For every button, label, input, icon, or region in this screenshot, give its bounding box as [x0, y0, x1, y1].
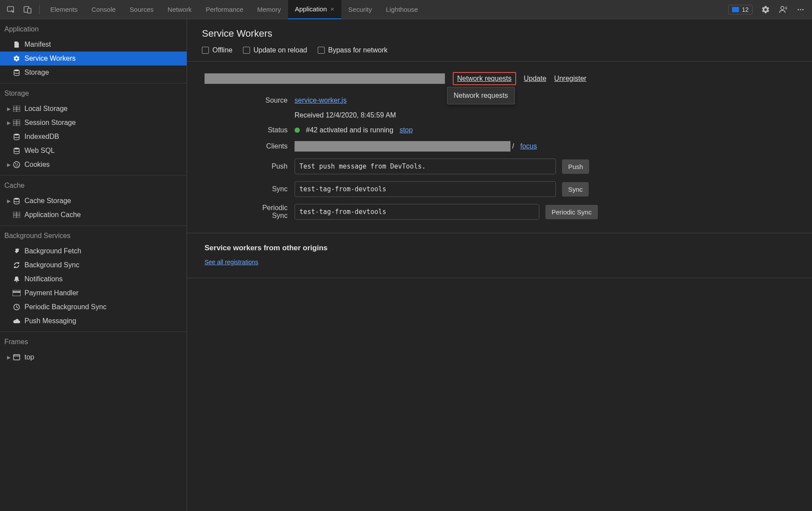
page-title: Service Workers: [202, 28, 797, 39]
chevron-right-icon: ▶: [7, 106, 12, 112]
svg-point-19: [15, 163, 16, 164]
section-background: Background Services: [0, 226, 187, 244]
gear-icon[interactable]: [760, 3, 772, 16]
svg-point-6: [802, 9, 804, 10]
update-link[interactable]: Update: [524, 75, 547, 83]
tab-network[interactable]: Network: [161, 0, 199, 19]
database-icon: [12, 68, 21, 77]
svg-point-22: [17, 166, 18, 166]
section-storage: Storage: [0, 83, 187, 102]
top-tabs: Elements Console Sources Network Perform…: [0, 0, 812, 19]
errors-badge[interactable]: 12: [728, 5, 753, 14]
checkbox-icon: [202, 47, 209, 54]
frame-icon: [12, 353, 21, 362]
tab-lighthouse[interactable]: Lighthouse: [379, 0, 425, 19]
sidebar-payment-handler[interactable]: Payment Handler: [0, 286, 187, 300]
worker-origin-redacted: [205, 73, 445, 84]
device-toggle-icon[interactable]: [21, 3, 34, 16]
source-link[interactable]: service-worker.js: [295, 97, 347, 104]
chevron-right-icon: ▶: [7, 198, 12, 204]
sidebar-background-fetch[interactable]: Background Fetch: [0, 244, 187, 258]
table-icon: [12, 118, 21, 127]
chevron-right-icon: ▶: [7, 355, 12, 360]
section-cache: Cache: [0, 176, 187, 194]
client-url-redacted: [295, 141, 510, 152]
message-icon: [732, 7, 739, 12]
sidebar-manifest[interactable]: Manifest: [0, 38, 187, 52]
sidebar-indexeddb[interactable]: IndexedDB: [0, 130, 187, 144]
section-frames: Frames: [0, 332, 187, 350]
tab-console[interactable]: Console: [85, 0, 123, 19]
sidebar-service-workers[interactable]: Service Workers: [0, 52, 187, 66]
checkbox-icon: [318, 47, 325, 54]
svg-rect-0: [7, 7, 14, 11]
sidebar-frame-top[interactable]: ▶ top: [0, 350, 187, 364]
checkbox-offline[interactable]: Offline: [202, 46, 232, 54]
network-requests-link[interactable]: Network requests: [453, 72, 516, 85]
tab-sources[interactable]: Sources: [123, 0, 161, 19]
table-icon: [12, 104, 21, 113]
chevron-right-icon: ▶: [7, 162, 12, 168]
cookie-icon: [12, 160, 21, 169]
svg-point-7: [14, 69, 19, 71]
sidebar-application-cache[interactable]: Application Cache: [0, 208, 187, 222]
sidebar-session-storage[interactable]: ▶ Session Storage: [0, 116, 187, 130]
fetch-icon: [12, 247, 21, 256]
database-icon: [12, 132, 21, 141]
unregister-link[interactable]: Unregister: [554, 75, 586, 83]
status-dot-icon: [295, 128, 300, 133]
checkbox-update-on-reload[interactable]: Update on reload: [243, 46, 307, 54]
errors-count: 12: [742, 6, 749, 13]
clock-icon: [12, 303, 21, 311]
periodic-sync-input[interactable]: [295, 204, 539, 220]
sidebar: Application Manifest Service Workers Sto…: [0, 19, 187, 511]
svg-point-5: [800, 9, 802, 10]
sidebar-cache-storage[interactable]: ▶ Cache Storage: [0, 194, 187, 208]
push-input[interactable]: [295, 159, 556, 174]
tab-memory[interactable]: Memory: [250, 0, 288, 19]
cloud-icon: [12, 317, 21, 325]
clients-label: Clients: [246, 142, 295, 150]
sidebar-storage[interactable]: Storage: [0, 66, 187, 79]
close-icon[interactable]: ×: [330, 5, 334, 13]
see-all-registrations-link[interactable]: See all registrations: [205, 259, 258, 266]
document-icon: [12, 40, 21, 49]
push-button[interactable]: Push: [562, 159, 589, 174]
svg-rect-28: [13, 290, 21, 296]
sync-icon: [12, 261, 21, 269]
stop-link[interactable]: stop: [399, 126, 413, 134]
chevron-right-icon: ▶: [7, 120, 12, 126]
profile-icon[interactable]: [777, 3, 789, 16]
received-text: Received 12/4/2020, 8:45:59 AM: [295, 111, 396, 119]
clients-suffix: /: [512, 142, 514, 150]
sync-button[interactable]: Sync: [562, 182, 589, 197]
tab-application[interactable]: Application×: [288, 0, 341, 19]
sync-input[interactable]: [295, 181, 556, 197]
periodic-sync-button[interactable]: Periodic Sync: [545, 205, 598, 219]
svg-rect-31: [14, 355, 20, 360]
sidebar-notifications[interactable]: Notifications: [0, 272, 187, 286]
gear-icon: [12, 54, 21, 63]
sidebar-cookies[interactable]: ▶ Cookies: [0, 158, 187, 172]
checkbox-bypass-network[interactable]: Bypass for network: [318, 46, 388, 54]
sidebar-local-storage[interactable]: ▶ Local Storage: [0, 102, 187, 116]
svg-point-16: [14, 134, 19, 135]
divider: [39, 5, 40, 14]
focus-link[interactable]: focus: [520, 142, 537, 150]
sidebar-push-messaging[interactable]: Push Messaging: [0, 314, 187, 328]
tab-security[interactable]: Security: [341, 0, 379, 19]
other-origins-title: Service workers from other origins: [205, 244, 795, 252]
sidebar-background-sync[interactable]: Background Sync: [0, 258, 187, 272]
svg-rect-2: [28, 8, 31, 13]
section-application: Application: [0, 19, 187, 38]
tab-elements[interactable]: Elements: [43, 0, 85, 19]
push-label: Push: [246, 162, 295, 170]
svg-point-20: [17, 164, 18, 165]
more-icon[interactable]: [795, 3, 807, 16]
sidebar-periodic-sync[interactable]: Periodic Background Sync: [0, 300, 187, 314]
tab-performance[interactable]: Performance: [199, 0, 250, 19]
sidebar-websql[interactable]: Web SQL: [0, 144, 187, 158]
database-icon: [12, 146, 21, 155]
svg-point-18: [14, 162, 20, 168]
inspect-icon[interactable]: [5, 3, 17, 16]
